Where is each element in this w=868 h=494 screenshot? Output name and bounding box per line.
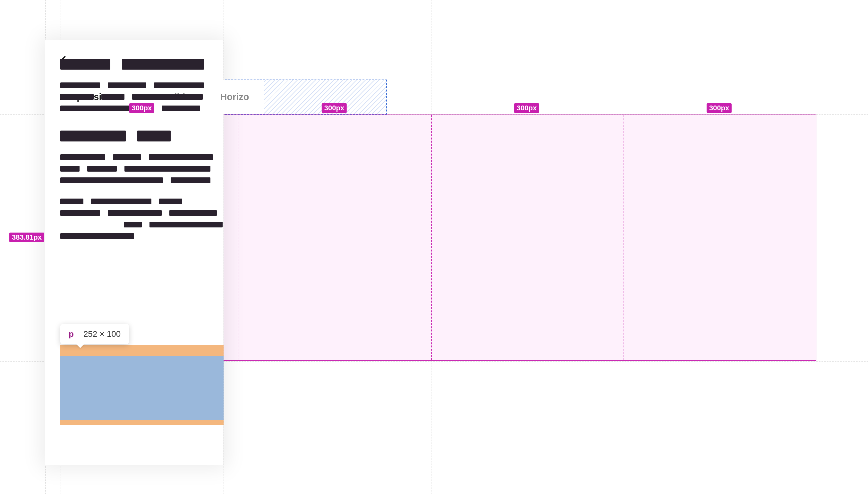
text-bar bbox=[162, 106, 200, 111]
text-bar bbox=[149, 154, 213, 160]
text-bar bbox=[60, 154, 105, 160]
grid-col-chip: 300px bbox=[129, 103, 154, 113]
grid-height-chip: 383.81px bbox=[9, 232, 44, 242]
paragraph-placeholder bbox=[60, 198, 223, 239]
grid-divider bbox=[623, 115, 624, 360]
text-bar bbox=[132, 94, 203, 100]
text-bar bbox=[137, 131, 171, 141]
tooltip-tag-name: p bbox=[69, 329, 74, 339]
content-overlay bbox=[60, 356, 224, 420]
text-bar bbox=[60, 177, 163, 183]
grid-divider bbox=[239, 115, 239, 360]
text-bar bbox=[108, 82, 146, 88]
heading-placeholder bbox=[60, 131, 223, 141]
text-bar bbox=[122, 59, 204, 70]
content-block bbox=[60, 131, 223, 239]
text-bar bbox=[154, 82, 204, 88]
text-bar bbox=[113, 154, 141, 160]
element-inspector-tooltip: p 252 × 100 bbox=[60, 324, 129, 344]
margin-overlay bbox=[60, 420, 224, 425]
paragraph-placeholder bbox=[60, 154, 223, 183]
text-bar bbox=[150, 222, 223, 227]
box-model-overlay bbox=[60, 345, 224, 425]
grid-col-chip: 300px bbox=[514, 103, 539, 113]
text-bar bbox=[171, 177, 210, 183]
grid-col-chip: 300px bbox=[707, 103, 732, 113]
text-bar bbox=[60, 82, 100, 88]
text-bar bbox=[60, 198, 83, 204]
text-bar bbox=[60, 59, 110, 70]
grid-col-chip: 300px bbox=[322, 103, 347, 113]
heading-placeholder bbox=[60, 59, 223, 70]
tooltip-dimensions: 252 × 100 bbox=[83, 329, 121, 339]
margin-overlay bbox=[60, 345, 224, 356]
text-bar bbox=[124, 166, 210, 172]
text-bar bbox=[60, 233, 134, 239]
text-bar bbox=[60, 166, 80, 172]
text-bar bbox=[124, 222, 142, 227]
text-bar bbox=[87, 166, 117, 172]
text-bar bbox=[60, 210, 100, 216]
text-bar bbox=[60, 131, 126, 141]
frame-content bbox=[60, 59, 223, 239]
text-bar bbox=[60, 94, 94, 100]
grid-divider bbox=[431, 115, 432, 360]
text-bar bbox=[91, 198, 151, 204]
text-bar bbox=[108, 210, 162, 216]
text-bar bbox=[159, 198, 182, 204]
text-bar bbox=[169, 210, 217, 216]
ruler-guide-v bbox=[817, 0, 817, 494]
text-bar bbox=[101, 94, 124, 100]
